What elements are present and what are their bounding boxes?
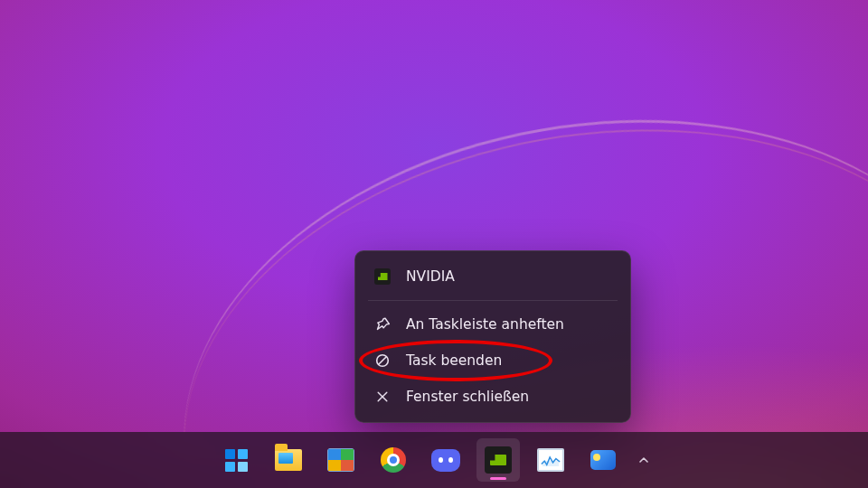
nvidia-icon bbox=[373, 267, 392, 286]
taskbar-control-panel[interactable] bbox=[319, 438, 363, 482]
taskbar-context-menu: NVIDIA An Taskleiste anheften Task beend… bbox=[354, 250, 631, 423]
context-menu-separator bbox=[368, 300, 618, 301]
context-menu-close-window[interactable]: Fenster schließen bbox=[361, 379, 625, 415]
context-menu-pin[interactable]: An Taskleiste anheften bbox=[361, 306, 625, 343]
weather-widget-icon bbox=[590, 450, 616, 470]
chrome-icon bbox=[381, 447, 406, 473]
control-panel-icon bbox=[327, 448, 354, 472]
folder-icon bbox=[275, 449, 302, 471]
context-menu-end-task[interactable]: Task beenden bbox=[361, 343, 625, 379]
close-icon bbox=[373, 388, 392, 406]
task-manager-icon bbox=[537, 448, 564, 472]
context-menu-close-window-label: Fenster schließen bbox=[406, 389, 612, 405]
taskbar-task-manager[interactable] bbox=[529, 438, 572, 482]
pin-icon bbox=[373, 315, 392, 333]
taskbar-nvidia[interactable] bbox=[476, 438, 520, 482]
context-menu-end-task-label: Task beenden bbox=[406, 352, 612, 369]
nvidia-icon bbox=[485, 446, 512, 474]
taskbar-show-hidden-icons[interactable] bbox=[634, 438, 654, 482]
windows-logo-icon bbox=[225, 449, 248, 472]
discord-icon bbox=[431, 449, 460, 472]
svg-line-1 bbox=[379, 357, 386, 364]
context-menu-app-label: NVIDIA bbox=[406, 268, 612, 285]
taskbar-file-explorer[interactable] bbox=[267, 438, 310, 482]
taskbar-start-button[interactable] bbox=[214, 438, 258, 482]
prohibit-icon bbox=[373, 352, 392, 370]
taskbar-widgets[interactable] bbox=[581, 438, 625, 482]
context-menu-pin-label: An Taskleiste anheften bbox=[406, 316, 612, 333]
taskbar bbox=[0, 432, 868, 488]
taskbar-chrome[interactable] bbox=[372, 438, 415, 482]
context-menu-app-header[interactable]: NVIDIA bbox=[361, 258, 625, 295]
taskbar-discord[interactable] bbox=[424, 438, 467, 482]
